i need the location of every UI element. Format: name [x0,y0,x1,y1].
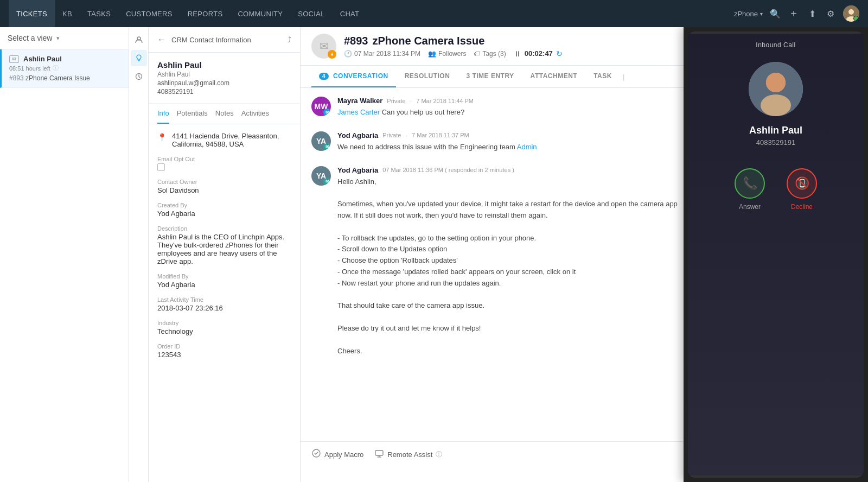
crm-field-industry: Industry Technology [157,320,291,335]
side-icon-history[interactable] [131,68,147,85]
nav-item-tickets[interactable]: TICKETS [9,0,55,27]
decline-call-button[interactable]: 📵 Decline [787,168,817,211]
tab-divider: | [621,73,627,81]
message-channel-badge: ✉ [323,109,331,116]
ticket-list-item[interactable]: ✉ Ashlin Paul 08:51 hours left ⓘ #893 zP… [0,49,129,88]
crm-tabs: Info Potentials Notes Activities [149,104,300,124]
svg-rect-5 [138,61,139,61]
inbound-call-avatar-wrap [688,62,864,116]
crm-tab-notes[interactable]: Notes [215,104,234,124]
admin-link[interactable]: Admin [517,143,537,151]
crm-tab-activities[interactable]: Activities [241,104,269,124]
crm-panel: ← CRM Contact Information ⤴ Ashlin Paul … [149,27,301,482]
message-avatar: YA ✉ [311,131,331,151]
side-icons [129,27,149,482]
tab-conversation[interactable]: 4 CONVERSATION [311,66,396,87]
james-carter-link[interactable]: James Carter [337,108,380,116]
ticket-tags[interactable]: 🏷 Tags (3) [474,50,506,58]
svg-rect-9 [375,451,383,455]
crm-field-address: 📍 4141 Hacienda Drive, Pleasanton, Calif… [157,132,291,148]
ticket-source-badge: ★ [328,50,336,59]
remote-assist-button[interactable]: Remote Assist ⓘ [374,448,442,460]
message-text: James Carter Can you help us out here? [337,107,684,118]
top-nav: TICKETS KB TASKS CUSTOMERS REPORTS COMMU… [0,0,868,27]
crm-field-last-activity: Last Activity Time 2018-03-07 23:26:16 [157,296,291,312]
crm-tab-potentials[interactable]: Potentials [177,104,208,124]
search-icon[interactable]: 🔍 [769,8,781,20]
crm-field-order-id: Order ID 123543 [157,343,291,359]
select-view-button[interactable]: Select a view ▾ [0,27,129,49]
tab-resolution[interactable]: RESOLUTION [397,66,458,87]
crm-fields: 📍 4141 Hacienda Drive, Pleasanton, Calif… [149,124,300,374]
clock-icon: 🕐 [344,50,352,58]
inbound-caller-name: Ashlin Paul [688,125,864,136]
message-body: Yod Agbaria Private · 7 Mar 2018 11:37 P… [337,131,684,153]
message-avatar: YA ✉ [311,166,331,186]
message-block: YA ✉ Yod Agbaria 07 Mar 2018 11:36 PM ( … [311,166,684,357]
crm-external-link-icon[interactable]: ⤴ [288,35,291,44]
phone-device: Inbound Call [688,31,864,478]
crm-back-button[interactable]: ← [157,35,166,45]
nav-item-tasks[interactable]: TASKS [80,0,118,27]
apply-macro-button[interactable]: Apply Macro [311,448,363,460]
message-text: Hello Ashlin, Sometimes, when you've upd… [337,176,684,357]
nav-phone-selector[interactable]: zPhone ▾ [734,10,763,18]
svg-point-8 [312,449,320,457]
tag-icon: 🏷 [474,50,480,58]
user-avatar[interactable] [843,5,859,22]
answer-call-button[interactable]: 📞 Answer [735,168,765,211]
ticket-subject: #893 zPhone Camera Issue [9,74,121,82]
ticket-avatar-wrap: ✉ ★ [311,34,336,59]
ticket-time: 08:51 hours left ⓘ [9,64,121,72]
ticket-followers[interactable]: 👥 Followers [428,50,466,58]
nav-item-community[interactable]: COMMUNITY [230,0,290,27]
macro-icon [311,448,321,460]
main-content: ✉ ★ #893 zPhone Camera Issue 🕐 07 Mar 20… [301,27,868,482]
main-layout: Select a view ▾ ✉ Ashlin Paul 08:51 hour… [0,27,868,482]
crm-field-email-opt-out: Email Opt Out [157,156,291,171]
inbound-call-actions: 📞 Answer 📵 Decline [688,163,864,224]
answer-call-circle[interactable]: 📞 [735,168,765,199]
svg-point-1 [848,9,854,15]
phone-answer-icon: 📞 [743,176,757,191]
ticket-meta: 🕐 07 Mar 2018 11:34 PM 👥 Followers 🏷 Tag… [344,49,563,58]
crm-header: ← CRM Contact Information ⤴ [149,27,300,53]
remote-assist-info-icon: ⓘ [436,450,442,459]
crm-field-contact-owner: Contact Owner Sol Davidson [157,179,291,194]
tab-task[interactable]: TASK [586,66,620,87]
nav-item-kb[interactable]: KB [55,0,80,27]
tab-time-entry[interactable]: 3 TIME ENTRY [458,66,521,87]
nav-item-chat[interactable]: CHAT [333,0,367,27]
inbound-call-panel: Inbound Call [684,27,868,482]
email-opt-out-checkbox[interactable] [157,163,165,171]
crm-field-modified-by: Modified By Yod Agbaria [157,273,291,289]
side-icon-contact[interactable] [131,31,147,48]
message-channel-badge: ✉ [323,143,331,151]
nav-item-social[interactable]: SOCIAL [290,0,332,27]
nav-item-reports[interactable]: REPORTS [180,0,231,27]
inbound-caller-avatar [749,62,803,116]
decline-call-circle[interactable]: 📵 [787,168,817,199]
remote-assist-icon [374,448,384,460]
crm-field-created-by: Created By Yod Agbaria [157,202,291,218]
ticket-timer: ⏸ 00:02:47 ↻ [514,49,563,58]
crm-tab-info[interactable]: Info [157,104,169,124]
side-icon-bulb[interactable] [131,50,147,66]
crm-contact-info: Ashlin Paul Ashlin Paul ashlinpaul.w@gma… [149,53,300,104]
pause-icon[interactable]: ⏸ [514,49,521,58]
tab-attachment[interactable]: ATTACHMENT [523,66,585,87]
add-icon[interactable]: + [788,8,800,20]
left-sidebar: Select a view ▾ ✉ Ashlin Paul 08:51 hour… [0,27,129,482]
ticket-email-icon: ✉ [9,55,19,63]
svg-point-12 [761,94,791,116]
nav-right: zPhone ▾ 🔍 + ⬆ ⚙ [734,5,859,22]
inbound-call-label: Inbound Call [688,34,864,53]
nav-item-customers[interactable]: CUSTOMERS [118,0,180,27]
refresh-icon[interactable]: ↻ [556,49,563,58]
svg-point-13 [766,73,786,92]
share-icon[interactable]: ⬆ [806,8,818,20]
settings-icon[interactable]: ⚙ [825,8,837,20]
phone-decline-icon: 📵 [795,176,809,191]
inbound-caller-number: 4083529191 [688,138,864,147]
message-body: Mayra Walker Private · 7 Mar 2018 11:44 … [337,97,684,118]
